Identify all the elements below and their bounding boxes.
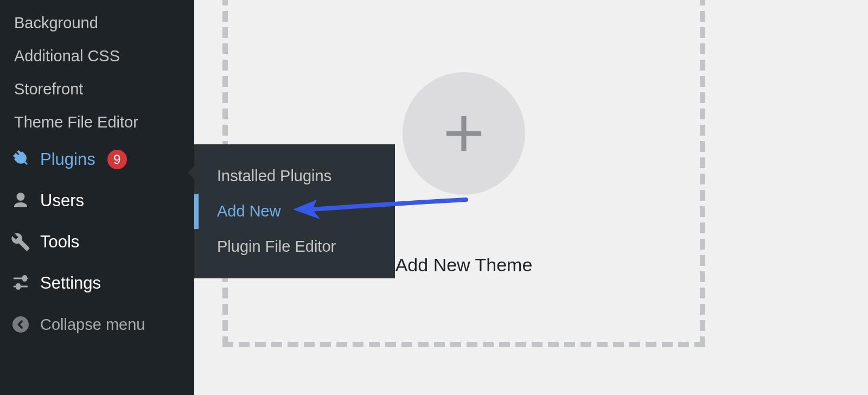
menu-item-label: Plugins (40, 150, 95, 169)
update-count-badge: 9 (107, 150, 127, 169)
collapse-menu-button[interactable]: Collapse menu (0, 304, 194, 345)
appearance-submenu: Background Additional CSS Storefront The… (0, 0, 194, 139)
plugins-flyout-menu: Installed Plugins Add New Plugin File Ed… (194, 144, 395, 278)
submenu-item-background[interactable]: Background (0, 7, 194, 40)
flyout-item-plugin-file-editor[interactable]: Plugin File Editor (194, 229, 395, 264)
plugin-icon (11, 150, 30, 169)
submenu-item-storefront[interactable]: Storefront (0, 73, 194, 106)
menu-item-plugins[interactable]: Plugins 9 (0, 139, 194, 180)
tools-icon (11, 232, 30, 252)
menu-item-label: Settings (40, 273, 101, 293)
collapse-menu-label: Collapse menu (40, 316, 145, 334)
add-theme-label: Add New Theme (395, 254, 533, 276)
submenu-item-theme-file-editor[interactable]: Theme File Editor (0, 106, 194, 139)
menu-item-users[interactable]: Users (0, 180, 194, 221)
plus-icon (434, 104, 494, 163)
settings-icon (11, 273, 30, 293)
menu-item-label: Users (40, 191, 84, 211)
submenu-item-additional-css[interactable]: Additional CSS (0, 40, 194, 73)
menu-item-label: Tools (40, 232, 79, 252)
add-theme-plus-circle (403, 72, 525, 195)
flyout-item-installed-plugins[interactable]: Installed Plugins (194, 158, 395, 194)
users-icon (11, 191, 30, 211)
collapse-icon (11, 315, 30, 334)
svg-point-0 (12, 316, 29, 333)
admin-sidebar: Background Additional CSS Storefront The… (0, 0, 194, 395)
flyout-item-add-new[interactable]: Add New (194, 194, 395, 229)
menu-item-tools[interactable]: Tools (0, 221, 194, 263)
menu-item-settings[interactable]: Settings (0, 263, 194, 304)
